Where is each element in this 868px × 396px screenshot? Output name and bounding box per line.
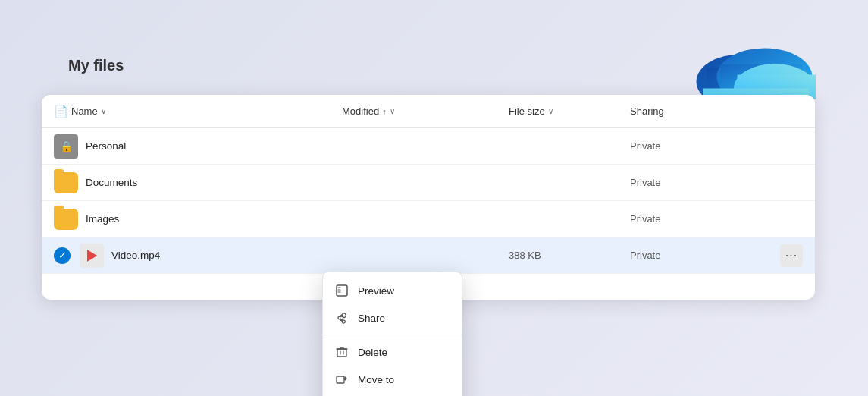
row-filename: Video.mp4 <box>111 250 160 261</box>
row-sharing: Private <box>630 213 660 225</box>
menu-label-share: Share <box>358 313 385 324</box>
column-modified[interactable]: Modified ↑ ∨ <box>342 105 509 117</box>
menu-item-move-to[interactable]: Move to <box>323 366 462 393</box>
preview-icon <box>335 284 349 297</box>
selection-checkmark: ✓ <box>54 247 71 264</box>
table-row[interactable]: Images Private <box>42 201 815 237</box>
modified-col-label: Modified <box>342 105 379 117</box>
row-name-col: Documents <box>54 172 342 193</box>
folder-icon <box>54 172 78 193</box>
row-filename: Personal <box>86 140 126 152</box>
menu-item-share[interactable]: Share <box>323 304 462 332</box>
menu-item-delete[interactable]: Delete <box>323 338 462 366</box>
row-sharing: Private <box>630 177 660 188</box>
row-name-col: ✓ Video.mp4 <box>54 244 342 268</box>
column-filesize[interactable]: File size ∨ <box>509 105 630 117</box>
row-filesize: 388 KB <box>509 250 630 261</box>
folder-icon <box>54 209 78 230</box>
table-header: 📄 Name ∨ Modified ↑ ∨ File size ∨ Sharin… <box>42 95 815 128</box>
file-explorer-card: 📄 Name ∨ Modified ↑ ∨ File size ∨ Sharin… <box>42 95 815 300</box>
svg-rect-8 <box>337 349 346 357</box>
column-name[interactable]: 📄 Name ∨ <box>54 105 342 118</box>
menu-label-move-to: Move to <box>358 374 394 385</box>
menu-item-copy-to[interactable]: Copy to <box>323 393 462 396</box>
column-sharing: Sharing <box>630 105 664 117</box>
table-row[interactable]: 🔒 Personal Private <box>42 128 815 165</box>
delete-icon <box>335 345 349 359</box>
play-triangle <box>87 250 97 262</box>
filesize-chevron: ∨ <box>548 107 553 115</box>
table-row[interactable]: ✓ Video.mp4 388 KB Private ··· <box>42 237 815 274</box>
menu-label-preview: Preview <box>358 285 394 297</box>
context-menu: Preview Share <box>322 272 462 396</box>
modified-chevron: ∨ <box>390 107 395 115</box>
file-icon-header: 📄 <box>54 105 68 118</box>
page-background: My files 📄 Name ∨ Modified ↑ ∨ File size… <box>0 0 868 396</box>
move-icon <box>335 372 349 386</box>
menu-label-delete: Delete <box>358 347 387 358</box>
table-row[interactable]: Documents Private <box>42 165 815 201</box>
more-options-button[interactable]: ··· <box>780 244 803 267</box>
video-file-icon <box>80 244 104 268</box>
share-icon <box>335 311 349 325</box>
menu-item-preview[interactable]: Preview <box>323 277 462 304</box>
row-name-col: Images <box>54 209 342 230</box>
row-sharing: Private <box>630 250 660 261</box>
modified-sort-icon: ↑ <box>382 107 387 116</box>
sharing-col-label: Sharing <box>630 105 664 117</box>
filesize-col-label: File size <box>509 105 545 117</box>
personal-vault-icon: 🔒 <box>54 134 78 159</box>
row-sharing: Private <box>630 140 660 152</box>
row-filename: Documents <box>86 177 137 188</box>
name-col-label: Name <box>71 105 98 117</box>
svg-rect-9 <box>337 376 344 383</box>
page-title: My files <box>68 57 124 74</box>
menu-divider <box>323 335 462 335</box>
row-filename: Images <box>86 213 119 225</box>
name-chevron: ∨ <box>101 107 106 115</box>
row-name-col: 🔒 Personal <box>54 134 342 159</box>
svg-rect-7 <box>337 285 347 296</box>
